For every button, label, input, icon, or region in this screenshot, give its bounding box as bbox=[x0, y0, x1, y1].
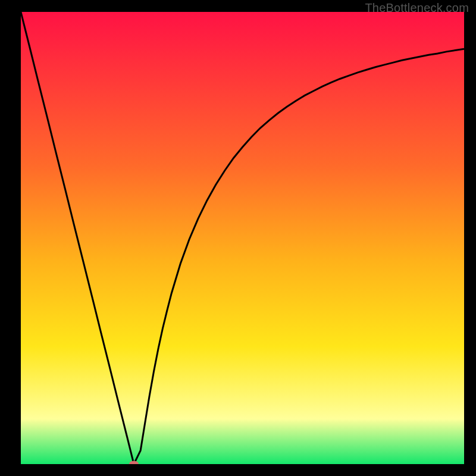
plot-area bbox=[21, 12, 464, 464]
chart-frame: TheBottleneck.com bbox=[0, 0, 476, 476]
gradient-background bbox=[21, 12, 464, 464]
plot-svg bbox=[21, 12, 464, 464]
